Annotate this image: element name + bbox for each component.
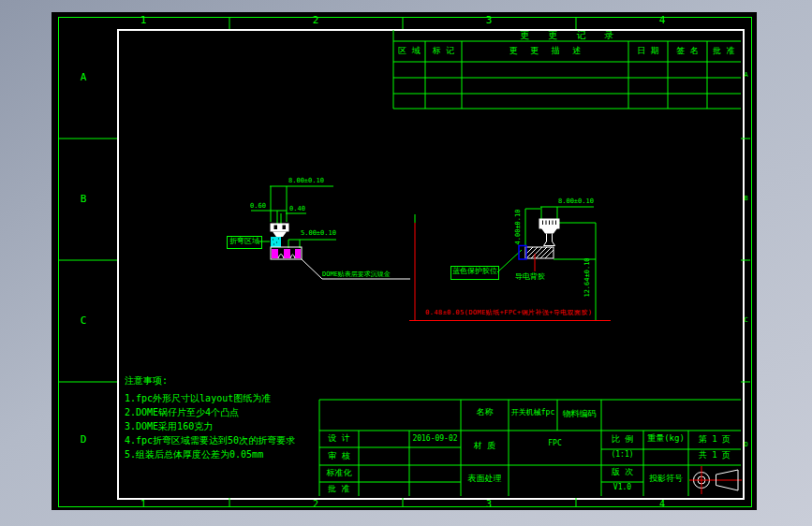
linework-layer: [0, 0, 812, 526]
page-label: 第 1 页: [688, 435, 741, 444]
zone-tick-marks: [58, 17, 750, 506]
change-table-header-mark: 标 记: [425, 47, 462, 55]
approve-label: 批 准: [319, 485, 359, 493]
left-dim-stem: 0.40: [289, 206, 305, 212]
note-item-3: 3.DOME采用160克力: [125, 422, 213, 431]
name-label: 名称: [461, 408, 509, 416]
thickness-annotation-lines: [409, 223, 611, 321]
revision-label: 版 次: [601, 468, 643, 476]
scale-value: (1:1): [601, 451, 643, 459]
change-table-grid: [393, 30, 741, 109]
material-label: 材 质: [461, 442, 509, 450]
total-pages-label: 共 1 页: [688, 451, 741, 460]
scale-label: 比 例: [601, 435, 643, 444]
left-view-dimension-lines: [251, 186, 336, 248]
right-dim-height-right: 12.64±0.10: [584, 257, 591, 299]
note-item-5: 5.组装后总体厚度公差为0.05mm: [125, 450, 263, 460]
left-view-bend-area: [271, 237, 281, 247]
left-dim-width-top: 8.00±0.10: [288, 178, 324, 184]
weight-label: 重量(kg): [643, 434, 688, 443]
right-view-connector: [539, 219, 559, 246]
conductive-adhesive-label: 导电背胶: [515, 273, 545, 281]
notes-title: 注意事项:: [125, 376, 168, 386]
change-table-title: 更 更 记 录: [393, 31, 741, 40]
material-value: FPC: [509, 440, 601, 447]
surface-label: 表面处理: [461, 475, 509, 483]
right-dim-width-top: 8.00±0.10: [558, 198, 594, 205]
change-table-header-signature: 签 名: [668, 47, 707, 55]
change-table-header-date: 日 期: [628, 47, 668, 55]
right-view-adhesive-bar: [519, 246, 554, 260]
cad-viewer-canvas: { "colors": { "line_green": "#00ff00", "…: [0, 0, 812, 526]
projection-symbol: [689, 466, 742, 494]
change-table-header-approval: 批 准: [707, 47, 741, 55]
note-item-2: 2.DOME锅仔片至少4个凸点: [125, 408, 239, 417]
review-label: 审 核: [319, 452, 359, 460]
note-item-1: 1.fpc外形尺寸以layout图纸为准: [125, 394, 271, 403]
right-view-dimension-lines: [415, 207, 596, 320]
left-dim-width-bottom: 5.00±0.10: [301, 230, 336, 237]
design-date: 2016-09-02: [409, 435, 461, 443]
bend-area-label: 折弯区域: [227, 236, 262, 249]
standardize-label: 标准化: [319, 469, 359, 477]
note-item-4: 4.fpc折弯区域需要达到50次的折弯要求: [125, 436, 295, 446]
left-view-connector: [271, 224, 288, 237]
projection-label: 投影符号: [643, 475, 688, 483]
design-label: 设 计: [319, 434, 359, 443]
right-dim-height-left: 4.00±0.10: [515, 209, 522, 246]
change-table-header-description: 更 更 描 述: [462, 47, 628, 55]
part-code-label: 物料编码: [557, 410, 601, 418]
right-view-linework: [409, 207, 611, 321]
stack-thickness-note: 0.48±0.05(DOME贴纸+FPC+铜片补强+导电双面胶): [425, 310, 592, 316]
protect-glue-label: 蓝色保护胶位: [450, 266, 499, 280]
revision-value: V1.0: [601, 484, 643, 491]
change-table-header-zone: 区 域: [393, 47, 425, 55]
name-value: 开关机械fpc: [509, 409, 557, 416]
left-dim-offset: 0.60: [250, 203, 266, 210]
dome-surface-note: DOME贴表层要求沉镍金: [322, 271, 391, 278]
